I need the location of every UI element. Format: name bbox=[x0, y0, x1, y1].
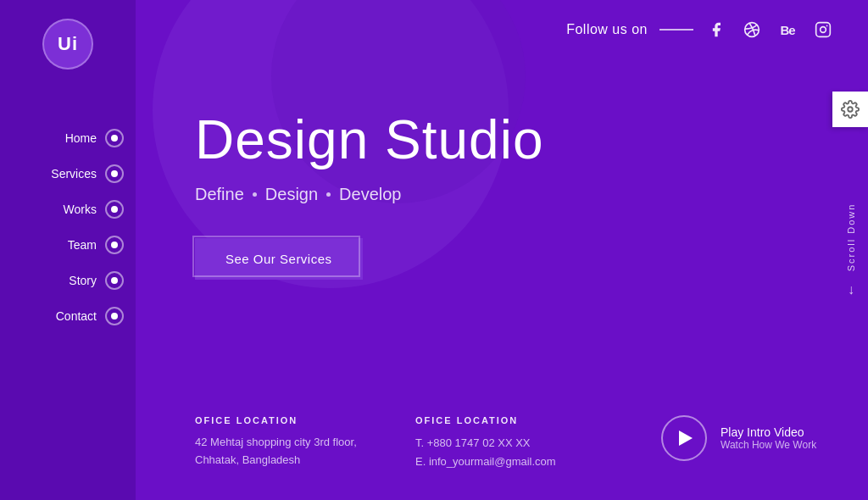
office-contact: T. +880 1747 02 XX XX E. info_yourmail@g… bbox=[415, 434, 619, 471]
nav-dot-team bbox=[105, 236, 124, 254]
sidebar-item-works[interactable]: Works bbox=[0, 192, 136, 227]
play-text: Play Intro Video Watch How We Work bbox=[721, 425, 816, 451]
scroll-label: Scroll Down bbox=[846, 203, 856, 272]
nav-dot-inner-works bbox=[111, 206, 118, 213]
social-icons: Be bbox=[705, 19, 834, 41]
play-title: Play Intro Video bbox=[721, 425, 816, 439]
svg-rect-1 bbox=[816, 23, 831, 37]
scroll-down: Scroll Down ↓ bbox=[846, 203, 856, 297]
sidebar-item-services[interactable]: Services bbox=[0, 156, 136, 192]
settings-button[interactable] bbox=[832, 92, 868, 127]
follow-us-label: Follow us on bbox=[566, 22, 648, 37]
nav-dot-inner-home bbox=[111, 135, 118, 142]
nav-dot-inner-services bbox=[111, 170, 118, 177]
nav-dot-inner-story bbox=[111, 277, 118, 284]
nav-dot-home bbox=[105, 129, 124, 147]
sidebar-item-story[interactable]: Story bbox=[0, 263, 136, 298]
dot-sep-1 bbox=[253, 192, 257, 197]
nav-list: Home Services Works Team Story bbox=[0, 120, 136, 334]
sidebar: Ui Home Services Works Team bbox=[0, 0, 136, 500]
svg-point-2 bbox=[821, 27, 826, 33]
office-line2: Chhatak, Bangladesh bbox=[195, 452, 398, 469]
play-block: Play Intro Video Watch How We Work bbox=[661, 415, 816, 461]
facebook-icon[interactable] bbox=[705, 19, 727, 41]
cta-button[interactable]: See Our Services bbox=[195, 238, 363, 280]
office-block-1: OFICE LOCATION 42 Mehtaj shopping city 3… bbox=[195, 415, 398, 469]
scroll-arrow-icon: ↓ bbox=[848, 281, 854, 297]
subtitle-design: Design bbox=[265, 185, 318, 204]
play-button[interactable] bbox=[661, 415, 707, 461]
behance-icon[interactable]: Be bbox=[776, 19, 798, 41]
office-block-2: OFICE LOCATION T. +880 1747 02 XX XX E. … bbox=[415, 415, 619, 471]
svg-point-4 bbox=[848, 107, 853, 112]
dribbble-icon[interactable] bbox=[741, 19, 763, 41]
dot-sep-2 bbox=[326, 192, 331, 197]
topbar: Follow us on Be bbox=[136, 0, 868, 59]
instagram-icon[interactable] bbox=[812, 19, 834, 41]
play-triangle-icon bbox=[679, 431, 693, 446]
nav-dot-inner-contact bbox=[111, 313, 118, 319]
nav-dot-contact bbox=[105, 307, 124, 325]
nav-dot-works bbox=[105, 200, 124, 219]
svg-point-3 bbox=[826, 25, 828, 27]
follow-line bbox=[659, 29, 693, 31]
nav-dot-services bbox=[105, 164, 124, 183]
sidebar-item-home[interactable]: Home bbox=[0, 120, 136, 156]
sidebar-item-contact[interactable]: Contact bbox=[0, 298, 136, 334]
office-line1: 42 Mehtaj shopping city 3rd floor, bbox=[195, 434, 398, 452]
office-heading-2: OFICE LOCATION bbox=[415, 415, 619, 425]
hero-subtitle: Define Design Develop bbox=[195, 185, 868, 204]
bottom-section: OFICE LOCATION 42 Mehtaj shopping city 3… bbox=[136, 398, 868, 500]
subtitle-define: Define bbox=[195, 185, 244, 204]
follow-us-section: Follow us on Be bbox=[566, 19, 834, 41]
nav-dot-story bbox=[105, 271, 124, 290]
subtitle-develop: Develop bbox=[339, 185, 401, 204]
office-email: E. info_yourmail@gmail.com bbox=[415, 453, 619, 471]
logo-area: Ui bbox=[0, 0, 136, 95]
logo[interactable]: Ui bbox=[42, 19, 93, 69]
office-heading-1: OFICE LOCATION bbox=[195, 415, 398, 425]
nav-dot-inner-team bbox=[111, 242, 118, 248]
hero-title: Design Studio bbox=[195, 110, 868, 169]
play-subtitle: Watch How We Work bbox=[721, 439, 816, 451]
office-phone: T. +880 1747 02 XX XX bbox=[415, 434, 619, 453]
gear-icon bbox=[841, 100, 860, 119]
office-address: 42 Mehtaj shopping city 3rd floor, Chhat… bbox=[195, 434, 398, 469]
sidebar-item-team[interactable]: Team bbox=[0, 227, 136, 263]
